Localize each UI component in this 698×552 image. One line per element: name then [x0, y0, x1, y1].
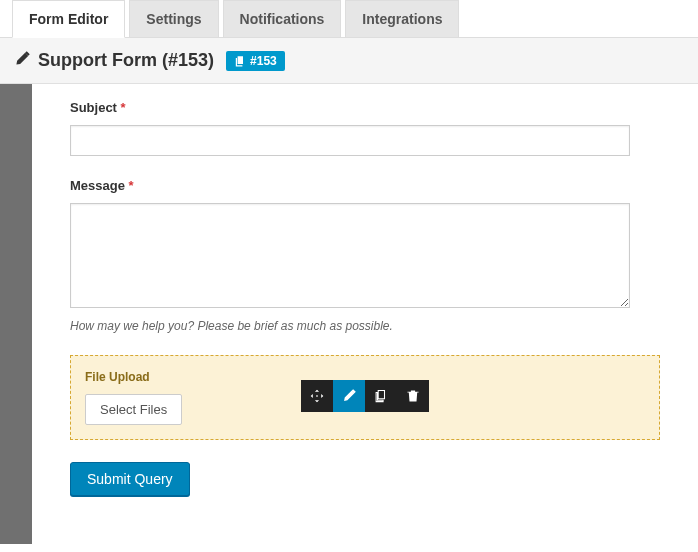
message-help: How may we help you? Please be brief as … — [70, 319, 660, 333]
copy-icon — [234, 55, 246, 67]
duplicate-icon — [374, 389, 388, 403]
tabs-nav: Form Editor Settings Notifications Integ… — [0, 0, 698, 38]
required-mark: * — [121, 100, 126, 115]
select-files-button[interactable]: Select Files — [85, 394, 182, 425]
field-subject[interactable]: Subject * — [70, 100, 660, 156]
field-actions-toolbar — [301, 380, 429, 412]
tab-notifications[interactable]: Notifications — [223, 0, 342, 37]
shortcode-badge[interactable]: #153 — [226, 51, 285, 71]
shortcode-text: #153 — [250, 54, 277, 68]
message-textarea[interactable] — [70, 203, 630, 308]
subject-input[interactable] — [70, 125, 630, 156]
tab-settings[interactable]: Settings — [129, 0, 218, 37]
field-message[interactable]: Message * How may we help you? Please be… — [70, 178, 660, 333]
required-mark: * — [129, 178, 134, 193]
pencil-icon — [14, 51, 30, 70]
duplicate-button[interactable] — [365, 380, 397, 412]
edit-icon — [342, 389, 356, 403]
move-icon — [310, 389, 324, 403]
subject-label: Subject * — [70, 100, 660, 115]
field-file-upload[interactable]: File Upload Select Files — [70, 355, 660, 440]
submit-button[interactable]: Submit Query — [70, 462, 190, 496]
tab-form-editor[interactable]: Form Editor — [12, 0, 125, 38]
form-title: Support Form (#153) — [38, 50, 214, 71]
form-header: Support Form (#153) #153 — [0, 38, 698, 84]
message-label: Message * — [70, 178, 660, 193]
delete-button[interactable] — [397, 380, 429, 412]
move-button[interactable] — [301, 380, 333, 412]
sidebar-strip — [0, 84, 32, 544]
content-wrapper: Subject * Message * How may we help you?… — [0, 84, 698, 544]
main-content: Subject * Message * How may we help you?… — [32, 84, 698, 544]
tab-integrations[interactable]: Integrations — [345, 0, 459, 37]
edit-button[interactable] — [333, 380, 365, 412]
trash-icon — [406, 389, 420, 403]
